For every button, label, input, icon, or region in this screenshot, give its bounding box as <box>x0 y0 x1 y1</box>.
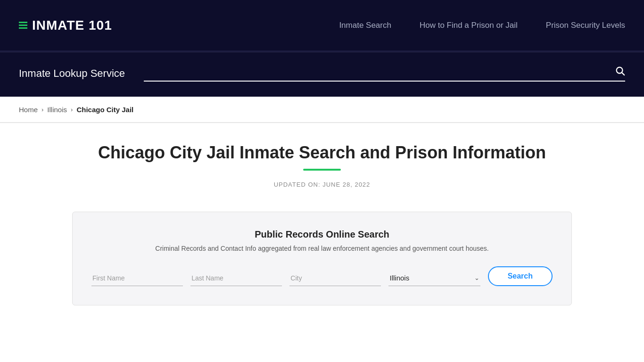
first-name-input[interactable] <box>91 270 183 286</box>
logo-link[interactable]: INMATE 101 <box>19 18 112 33</box>
search-card-description: Criminal Records and Contact Info aggreg… <box>91 245 553 252</box>
nav-link-security-levels[interactable]: Prison Security Levels <box>546 21 625 30</box>
page-title: Chicago City Jail Inmate Search and Pris… <box>72 142 572 164</box>
search-input-wrap <box>144 66 625 82</box>
title-underline <box>303 169 341 171</box>
last-name-input[interactable] <box>190 270 282 286</box>
top-nav: INMATE 101 Inmate Search How to Find a P… <box>0 0 644 97</box>
state-field: Illinois Alabama Alaska Arizona Californ… <box>388 270 480 286</box>
nav-item-inmate-search[interactable]: Inmate Search <box>339 21 391 30</box>
breadcrumb-chevron-2: › <box>71 106 73 113</box>
search-card-title: Public Records Online Search <box>91 229 553 240</box>
nav-link-find-prison[interactable]: How to Find a Prison or Jail <box>420 21 518 30</box>
breadcrumb-chevron-1: › <box>41 106 43 113</box>
search-input[interactable] <box>144 68 611 76</box>
svg-line-1 <box>622 73 625 75</box>
main-content: Chicago City Jail Inmate Search and Pris… <box>63 123 581 334</box>
breadcrumb-home[interactable]: Home <box>19 106 38 114</box>
search-button[interactable]: Search <box>488 266 553 286</box>
search-section: Inmate Lookup Service <box>0 52 644 97</box>
search-card: Public Records Online Search Criminal Re… <box>72 212 572 305</box>
search-form-row: Illinois Alabama Alaska Arizona Californ… <box>91 266 553 286</box>
state-select[interactable]: Illinois Alabama Alaska Arizona Californ… <box>389 274 474 282</box>
search-section-label: Inmate Lookup Service <box>19 67 125 80</box>
breadcrumb-state[interactable]: Illinois <box>47 106 67 114</box>
search-icon-button[interactable] <box>615 66 625 79</box>
nav-link-inmate-search[interactable]: Inmate Search <box>339 21 391 30</box>
city-field <box>289 270 381 286</box>
search-icon <box>615 66 625 76</box>
breadcrumb-current: Chicago City Jail <box>76 106 133 114</box>
nav-item-security-levels[interactable]: Prison Security Levels <box>546 21 625 30</box>
updated-label: UPDATED ON: JUNE 28, 2022 <box>72 181 572 188</box>
breadcrumb-bar: Home › Illinois › Chicago City Jail <box>0 97 644 123</box>
nav-links: Inmate Search How to Find a Prison or Ja… <box>339 21 625 30</box>
breadcrumb: Home › Illinois › Chicago City Jail <box>19 106 625 114</box>
logo-icon <box>19 22 27 29</box>
city-input[interactable] <box>289 270 381 286</box>
state-select-wrap: Illinois Alabama Alaska Arizona Californ… <box>388 270 480 286</box>
first-name-field <box>91 270 183 286</box>
svg-point-0 <box>617 67 623 74</box>
last-name-field <box>190 270 282 286</box>
logo-text: INMATE 101 <box>32 18 112 33</box>
nav-item-find-prison[interactable]: How to Find a Prison or Jail <box>420 21 518 30</box>
chevron-down-icon: ⌄ <box>474 274 479 281</box>
